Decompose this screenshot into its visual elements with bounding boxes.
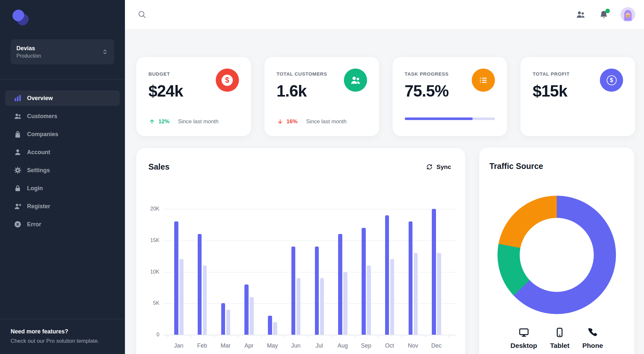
trend-row: 16% Since last month xyxy=(277,118,367,125)
sidebar-divider xyxy=(0,79,125,79)
x-axis-label: Oct xyxy=(378,342,401,349)
sales-bar-last-year xyxy=(250,297,254,335)
device-label: Desktop xyxy=(510,342,537,349)
traffic-donut-chart xyxy=(497,196,616,314)
budget-card: BUDGET $24k $ 12% Since last month xyxy=(136,57,251,136)
x-axis-label: May xyxy=(261,342,284,349)
refresh-icon xyxy=(426,163,433,171)
y-gridline xyxy=(164,209,457,210)
arrow-up-icon xyxy=(148,118,156,125)
sales-bar-this-year xyxy=(338,234,342,335)
task-icon-circle xyxy=(472,69,495,92)
sales-bar-this-year xyxy=(362,228,366,335)
x-axis-tick xyxy=(425,335,426,338)
stat-text: TOTAL PROFIT $15k xyxy=(533,69,570,100)
x-axis-label: Jan xyxy=(167,342,190,349)
x-axis-label: Mar xyxy=(214,342,237,349)
sales-bar-this-year xyxy=(385,215,389,335)
shopping-bag-icon xyxy=(14,130,22,138)
x-axis-line xyxy=(164,335,457,335)
y-axis-label: 20K xyxy=(140,206,159,212)
sync-button[interactable]: Sync xyxy=(426,163,451,171)
stat-value: $24k xyxy=(148,82,183,100)
stat-top: BUDGET $24k $ xyxy=(148,69,239,100)
logo-icon xyxy=(11,10,30,28)
search-button[interactable] xyxy=(136,8,148,21)
x-circle-icon xyxy=(14,220,22,228)
budget-icon-circle: $ xyxy=(216,69,239,92)
sales-bar-this-year xyxy=(174,221,178,335)
notifications-button[interactable] xyxy=(597,8,610,21)
x-axis-label: Jul xyxy=(308,342,331,349)
tablet-icon xyxy=(554,327,565,338)
trend-value: 12% xyxy=(158,118,169,125)
stat-label: TOTAL PROFIT xyxy=(533,71,570,77)
workspace-name: Devias xyxy=(16,45,41,52)
devias-logo[interactable] xyxy=(11,10,30,28)
sidebar-item-companies[interactable]: Companies xyxy=(5,126,120,142)
sales-bar-this-year xyxy=(221,303,225,335)
sidebar-item-overview[interactable]: Overview xyxy=(5,90,120,106)
sidebar-item-login[interactable]: Login xyxy=(5,181,120,196)
topbar xyxy=(125,0,644,29)
sales-bar-last-year xyxy=(437,253,441,335)
chart-bar-icon xyxy=(14,94,22,102)
sales-title: Sales xyxy=(148,162,169,172)
sales-bar-last-year xyxy=(390,259,394,335)
workspace-selector[interactable]: Devias Production xyxy=(11,39,114,64)
y-gridline xyxy=(164,272,457,273)
device-label: Tablet xyxy=(550,342,569,349)
y-axis-label: 5K xyxy=(140,300,159,306)
x-axis-label: Feb xyxy=(191,342,213,349)
dollar-circle-icon: $ xyxy=(607,75,617,85)
task-progress-fill xyxy=(405,117,473,120)
sales-header: Sales Sync xyxy=(136,148,465,172)
sales-bar-chart: 05K10K15K20KJanFebMarAprMayJunJulAugSepO… xyxy=(136,148,465,354)
stat-top: TOTAL PROFIT $15k $ xyxy=(533,69,623,100)
sales-bar-this-year xyxy=(291,247,296,335)
phone-icon xyxy=(587,327,598,338)
users-icon xyxy=(14,112,22,120)
user-plus-icon xyxy=(14,202,22,210)
y-gridline xyxy=(164,240,457,241)
total-customers-card: TOTAL CUSTOMERS 1.6k 16% Since xyxy=(264,57,379,136)
sidebar-item-customers[interactable]: Customers xyxy=(5,108,120,124)
device-label: Phone xyxy=(582,342,603,349)
sales-bar-this-year xyxy=(198,234,202,335)
unfold-chevrons-icon xyxy=(101,48,109,55)
desktop-icon xyxy=(518,327,529,338)
sidebar-item-label: Account xyxy=(27,149,50,156)
sidebar-item-label: Error xyxy=(27,221,41,228)
contacts-button[interactable] xyxy=(574,8,587,21)
y-axis-label: 10K xyxy=(140,269,159,275)
x-axis-tick xyxy=(355,335,355,338)
sidebar-item-account[interactable]: Account xyxy=(5,144,120,160)
stat-text: BUDGET $24k xyxy=(148,69,183,100)
x-axis-tick xyxy=(402,335,402,338)
list-bullet-icon xyxy=(478,75,488,85)
sidebar-item-label: Register xyxy=(27,203,50,210)
sidebar-item-register[interactable]: Register xyxy=(5,199,120,214)
sidebar-item-settings[interactable]: Settings xyxy=(5,163,120,178)
total-profit-card: TOTAL PROFIT $15k $ xyxy=(520,57,635,136)
y-axis-label: 15K xyxy=(140,238,159,243)
avatar-image xyxy=(620,7,635,22)
x-axis-tick xyxy=(191,335,191,338)
sidebar-item-error[interactable]: Error xyxy=(5,217,120,232)
lock-icon xyxy=(14,184,22,192)
sales-bar-last-year xyxy=(297,278,301,335)
sales-bar-last-year xyxy=(179,259,184,335)
sidebar-item-label: Overview xyxy=(27,95,53,102)
trend-value: 16% xyxy=(287,118,298,125)
sales-bar-this-year xyxy=(409,221,413,335)
user-icon xyxy=(14,148,22,156)
device-legend: Desktop Tablet Phone xyxy=(479,327,634,349)
x-axis-label: Aug xyxy=(331,342,354,349)
y-gridline xyxy=(164,303,457,304)
avatar[interactable] xyxy=(620,7,635,22)
x-axis-label: Nov xyxy=(402,342,424,349)
stats-row: BUDGET $24k $ 12% Since last month TOTAL… xyxy=(136,57,635,136)
sales-bar-last-year xyxy=(414,253,418,335)
sidebar-item-label: Customers xyxy=(27,113,57,120)
sales-bar-this-year xyxy=(432,209,436,335)
